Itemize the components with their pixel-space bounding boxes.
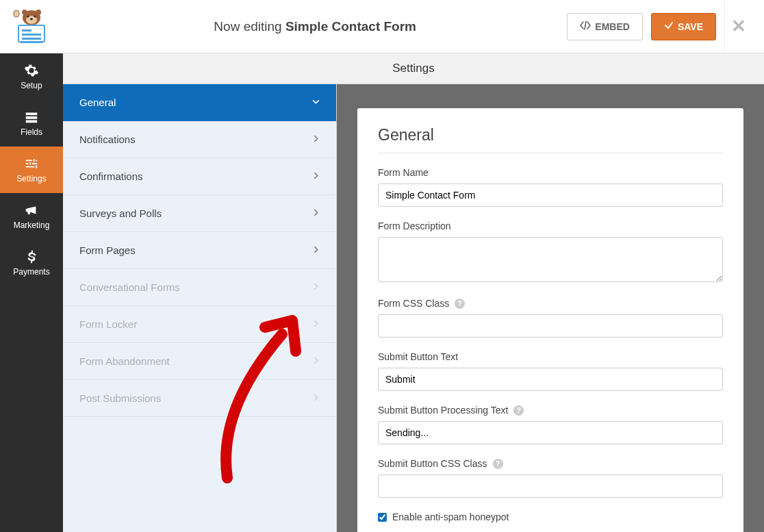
side-item-confirmations[interactable]: Confirmations <box>63 158 336 195</box>
rail-settings[interactable]: Settings <box>0 147 63 193</box>
check-icon <box>664 21 674 32</box>
chevron-right-icon <box>312 171 320 181</box>
topbar: Now editing Simple Contact Form EMBED SA… <box>0 0 764 53</box>
side-item-form-locker: Form Locker <box>63 306 336 343</box>
css-class-label: Form CSS Class? <box>378 298 723 309</box>
field-css-class: Form CSS Class? <box>378 298 723 338</box>
app-logo <box>0 0 63 53</box>
list-icon <box>24 110 39 125</box>
side-item-label: Form Locker <box>79 318 137 330</box>
content-area: General Form Name Form Description Form … <box>337 84 764 532</box>
side-item-label: Form Abandonment <box>79 355 170 367</box>
form-desc-textarea[interactable] <box>378 237 723 282</box>
side-item-label: Form Pages <box>79 244 136 256</box>
svg-rect-10 <box>22 29 31 31</box>
svg-rect-12 <box>22 38 41 40</box>
submit-text-label: Submit Button Text <box>378 351 723 362</box>
code-icon <box>580 21 591 32</box>
side-item-label: Confirmations <box>79 170 143 182</box>
css-class-input[interactable] <box>378 314 723 338</box>
panel-header: Settings <box>63 53 764 84</box>
honeypot-row: Enable anti-spam honeypot <box>378 511 723 522</box>
side-item-surveys-and-polls[interactable]: Surveys and Polls <box>63 195 336 232</box>
form-name-label: Form Name <box>378 167 723 178</box>
card-title: General <box>378 126 723 153</box>
honeypot-checkbox[interactable] <box>378 513 387 522</box>
side-item-label: Conversational Forms <box>79 281 180 293</box>
icon-rail: Setup Fields Settings Marketing Payments <box>0 53 63 532</box>
side-item-notifications[interactable]: Notifications <box>63 121 336 158</box>
field-submit-css: Submit Button CSS Class? <box>378 458 723 498</box>
chevron-right-icon <box>312 393 320 403</box>
submit-text-input[interactable] <box>378 368 723 391</box>
submit-proc-input[interactable] <box>378 421 723 444</box>
chevron-right-icon <box>312 208 320 218</box>
svg-point-5 <box>34 15 36 17</box>
side-item-label: Surveys and Polls <box>79 207 162 219</box>
svg-point-6 <box>30 18 33 20</box>
submit-proc-label: Submit Button Processing Text? <box>378 405 723 416</box>
rail-setup[interactable]: Setup <box>0 53 63 100</box>
rail-payments[interactable]: Payments <box>0 240 63 286</box>
svg-point-1 <box>22 10 27 15</box>
side-item-form-abandonment: Form Abandonment <box>63 343 336 380</box>
now-editing-label: Now editing Simple Contact Form <box>63 19 567 34</box>
side-item-post-submissions: Post Submissions <box>63 380 336 417</box>
svg-rect-11 <box>22 34 41 36</box>
side-item-label: Post Submissions <box>79 392 161 404</box>
svg-point-4 <box>27 15 29 17</box>
form-desc-label: Form Description <box>378 220 723 231</box>
side-item-label: General <box>79 97 116 108</box>
field-form-name: Form Name <box>378 167 723 207</box>
side-item-form-pages[interactable]: Form Pages <box>63 232 336 269</box>
dollar-icon <box>24 249 39 264</box>
side-item-general[interactable]: General <box>63 84 336 121</box>
chevron-right-icon <box>312 134 320 144</box>
help-icon[interactable]: ? <box>513 405 524 416</box>
field-form-description: Form Description <box>378 220 723 284</box>
help-icon[interactable]: ? <box>455 299 465 309</box>
side-item-label: Notifications <box>79 134 136 145</box>
sliders-icon <box>24 156 39 171</box>
form-name-input[interactable] <box>378 183 723 207</box>
rail-marketing[interactable]: Marketing <box>0 193 63 240</box>
field-submit-processing: Submit Button Processing Text? <box>378 405 723 444</box>
field-submit-text: Submit Button Text <box>378 351 723 391</box>
honeypot-label[interactable]: Enable anti-spam honeypot <box>392 511 509 522</box>
save-button[interactable]: SAVE <box>651 13 716 40</box>
close-button[interactable]: ✕ <box>724 0 752 53</box>
chevron-right-icon <box>312 356 320 366</box>
settings-side-panel: GeneralNotificationsConfirmationsSurveys… <box>63 84 337 532</box>
settings-card: General Form Name Form Description Form … <box>357 108 743 532</box>
gear-icon <box>24 63 39 78</box>
embed-button[interactable]: EMBED <box>567 13 643 40</box>
chevron-right-icon <box>312 319 320 329</box>
help-icon[interactable]: ? <box>493 459 503 469</box>
chevron-down-icon <box>312 97 320 107</box>
rail-fields[interactable]: Fields <box>0 100 63 147</box>
submit-css-label: Submit Button CSS Class? <box>378 458 723 469</box>
svg-rect-7 <box>14 10 19 17</box>
chevron-right-icon <box>312 282 320 292</box>
svg-point-2 <box>36 10 41 15</box>
bullhorn-icon <box>24 203 39 218</box>
chevron-right-icon <box>312 245 320 255</box>
submit-css-input[interactable] <box>378 474 723 498</box>
close-icon: ✕ <box>731 16 746 37</box>
side-item-conversational-forms: Conversational Forms <box>63 269 336 306</box>
